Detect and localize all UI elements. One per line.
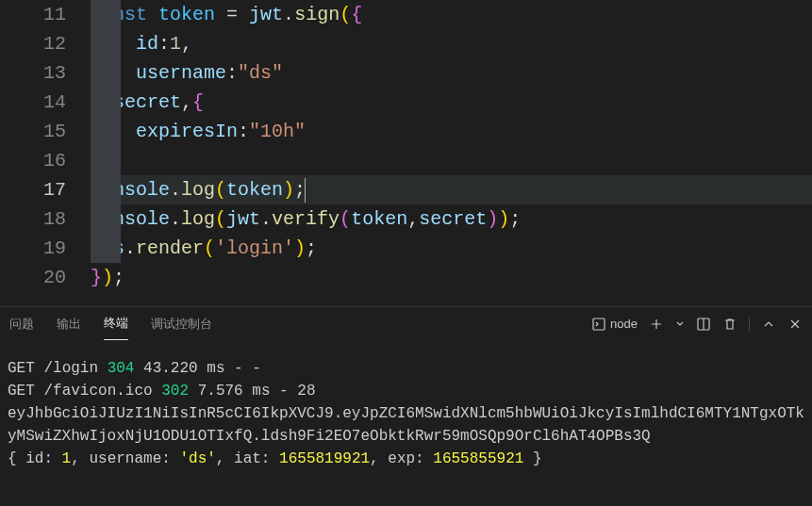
line-number-gutter: 11 12 13 14 15 16 17 18 19 20 xyxy=(0,0,91,306)
decoded-object: { id: 1, username: 'ds', iat: 1655819921… xyxy=(8,450,542,467)
split-terminal-button[interactable] xyxy=(696,317,711,332)
plus-icon xyxy=(649,317,664,332)
line-number: 17 xyxy=(0,175,66,204)
chevron-up-icon xyxy=(761,317,776,332)
maximize-panel-button[interactable] xyxy=(761,317,776,332)
chevron-down-icon xyxy=(675,319,685,329)
terminal-output[interactable]: GET /login 304 43.220 ms - - GET /favico… xyxy=(0,340,812,470)
terminal-icon xyxy=(591,317,606,332)
new-terminal-button[interactable] xyxy=(649,317,664,332)
split-dropdown[interactable] xyxy=(675,319,685,329)
trash-icon xyxy=(722,317,737,332)
line-number: 11 xyxy=(0,0,66,29)
line-number: 20 xyxy=(0,263,66,292)
bottom-panel: 问题 输出 终端 调试控制台 node xyxy=(0,306,812,470)
line-number: 18 xyxy=(0,204,66,234)
split-icon xyxy=(696,317,711,332)
tab-problems[interactable]: 问题 xyxy=(9,307,34,340)
svg-rect-0 xyxy=(593,318,605,330)
tab-terminal[interactable]: 终端 xyxy=(104,307,128,340)
jwt-token: eyJhbGciOiJIUzI1NiIsInR5cCI6IkpXVCJ9.eyJ… xyxy=(8,405,804,445)
close-icon xyxy=(787,317,803,332)
shell-label: node xyxy=(610,317,638,331)
log-line: GET /favicon.ico 302 7.576 ms - 28 xyxy=(8,383,316,400)
line-number: 15 xyxy=(0,117,66,146)
line-number: 12 xyxy=(0,29,66,58)
line-number: 13 xyxy=(0,58,66,88)
close-panel-button[interactable] xyxy=(787,317,803,332)
line-number: 16 xyxy=(0,146,66,175)
kill-terminal-button[interactable] xyxy=(722,317,737,332)
code-editor[interactable]: 11 12 13 14 15 16 17 18 19 20 const toke… xyxy=(0,0,812,306)
terminal-shell-selector[interactable]: node xyxy=(591,317,638,332)
line-number: 14 xyxy=(0,88,66,117)
panel-tab-bar: 问题 输出 终端 调试控制台 node xyxy=(0,307,812,340)
line-number: 19 xyxy=(0,234,66,263)
tab-output[interactable]: 输出 xyxy=(57,307,81,340)
tab-debug-console[interactable]: 调试控制台 xyxy=(151,307,212,340)
log-line: GET /login 304 43.220 ms - - xyxy=(8,360,261,377)
code-area[interactable]: const token = jwt.sign({ id:1, username:… xyxy=(91,0,812,306)
